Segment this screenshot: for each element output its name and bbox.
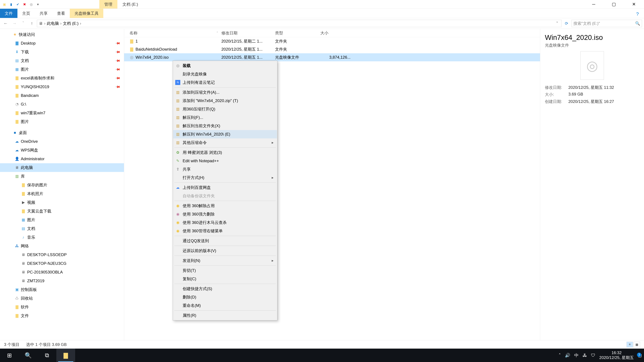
ctx-create-shortcut[interactable]: 创建快捷方式(S) — [173, 285, 277, 293]
tree-item[interactable]: ▶视频 — [0, 198, 124, 207]
taskbar-clock[interactable]: 16:32 2020/12/25, 星期五 — [600, 351, 634, 360]
volume-icon[interactable]: 🔊 — [565, 353, 570, 358]
breadcrumb[interactable]: 🖥 › 此电脑 › 文档 (E:) › ˅ — [37, 20, 562, 27]
ime-indicator[interactable]: 中 — [574, 353, 578, 358]
tree-item[interactable]: 🖥PC-20190530OBLA — [0, 268, 124, 277]
taskbar-explorer-button[interactable]: ▇ — [56, 349, 75, 362]
defender-icon[interactable]: 🛡 — [591, 353, 595, 358]
nav-up-button[interactable]: ↑ — [28, 20, 36, 27]
tree-item[interactable]: ♪音乐 — [0, 233, 124, 242]
nav-forward-button[interactable]: → — [11, 20, 18, 27]
tree-item[interactable]: ▇excel表格制作求和📌 — [0, 74, 124, 82]
tray-up-icon[interactable]: ˄ — [559, 353, 561, 358]
tree-this-pc[interactable]: 🖥此电脑 — [0, 163, 124, 172]
tree-item[interactable]: 👤Administrator — [0, 155, 124, 163]
tree-item[interactable]: ▇YUNQISHI2019📌 — [0, 82, 124, 91]
file-row[interactable]: ▇1 2020/12/15, 星期二 1... 文件夹 — [124, 37, 540, 45]
qat-dropdown-icon[interactable]: ▾ — [35, 1, 41, 7]
help-button[interactable]: ? — [633, 10, 642, 18]
network-icon[interactable]: 🖧 — [582, 353, 587, 358]
tree-item[interactable]: 🖥DESKTOP-LSSOEDP — [0, 250, 124, 259]
ctx-copy[interactable]: 复制(C) — [173, 275, 277, 283]
ribbon-context-tab[interactable]: 光盘映像工具 — [70, 9, 103, 18]
search-icon[interactable]: 🔍 — [635, 21, 640, 26]
view-large-button[interactable]: ▦ — [634, 342, 640, 348]
pin-icon[interactable]: ▮ — [8, 1, 14, 7]
file-row-selected[interactable]: ◎Win7x64_2020.iso 2020/12/25, 星期五 1... 光… — [124, 53, 540, 61]
close-button[interactable]: ✕ — [624, 0, 644, 9]
search-input[interactable]: 搜索"文档 (E:)" 🔍 — [572, 20, 642, 27]
ctx-honey-browser[interactable]: ✿用 蜂蜜浏览器 浏览(3) — [173, 148, 277, 157]
ctx-add-zip[interactable]: ▥添加到 "Win7x64_2020.zip" (T) — [173, 96, 277, 105]
ctx-restore-version[interactable]: 还原以前的版本(V) — [173, 247, 277, 255]
header-size[interactable]: 大小 — [320, 30, 354, 36]
ctx-youdao[interactable]: N上传到有道云笔记 — [173, 78, 277, 87]
tree-item[interactable]: ▇天翼云盘下载 — [0, 207, 124, 216]
refresh-button[interactable]: ⟳ — [563, 20, 570, 27]
disc-icon[interactable]: ◎ — [28, 1, 34, 7]
minimize-button[interactable]: ─ — [584, 0, 604, 9]
tree-item[interactable]: ▇文件 — [0, 311, 124, 320]
ctx-send-to[interactable]: 发送到(N)▸ — [173, 256, 277, 265]
action-center-icon[interactable]: ▢ — [638, 353, 642, 358]
header-name[interactable]: 名称˄ — [124, 30, 221, 36]
tree-item[interactable]: 🖥DESKTOP-NJEU3CG — [0, 259, 124, 268]
ctx-360-manage[interactable]: ◉使用 360管理右键菜单 — [173, 227, 277, 235]
ctx-cut[interactable]: 剪切(T) — [173, 266, 277, 275]
ctx-qq-send[interactable]: 通过QQ发送到 — [173, 237, 277, 245]
ctx-mount[interactable]: ◎装载 — [173, 61, 277, 70]
ctx-burn[interactable]: 刻录光盘映像 — [173, 70, 277, 78]
taskbar-search-button[interactable]: 🔍 — [19, 349, 38, 362]
context-tab[interactable]: 管理 — [99, 0, 118, 8]
tree-item[interactable]: ▇Desktop📌 — [0, 39, 124, 48]
ctx-properties[interactable]: 属性(R) — [173, 311, 277, 320]
crumb-drive[interactable]: 文档 (E:) — [63, 21, 78, 26]
nav-back-button[interactable]: ← — [2, 20, 10, 27]
tree-item[interactable]: ▤文档📌 — [0, 56, 124, 65]
tree-item[interactable]: ☁WPS网盘 — [0, 146, 124, 155]
ctx-open-360zip[interactable]: ▥用360压缩打开(Q) — [173, 105, 277, 113]
ctx-add-archive[interactable]: ▥添加到压缩文件(A)... — [173, 88, 277, 96]
ribbon-file-tab[interactable]: 文件 — [0, 9, 18, 18]
tree-item[interactable]: ▇图片 — [0, 117, 124, 126]
ctx-extract-named[interactable]: ▥解压到 Win7x64_2020\ (E) — [173, 130, 277, 138]
tree-item[interactable]: 🖧网络 — [0, 242, 124, 250]
ctx-delete[interactable]: 删除(D) — [173, 293, 277, 301]
ctx-360-delete[interactable]: ◉使用 360强力删除 — [173, 210, 277, 218]
tree-item[interactable]: ▇保存的图片 — [0, 181, 124, 189]
ctx-extract-to[interactable]: ▥解压到(F)... — [173, 113, 277, 122]
ctx-360-scan[interactable]: ◉使用 360进行木马云查杀 — [173, 218, 277, 227]
ctx-other-zip[interactable]: ▥其他压缩命令▸ — [173, 138, 277, 147]
ctx-open-with[interactable]: 打开方式(H)▸ — [173, 173, 277, 182]
tree-item[interactable]: ♺回收站 — [0, 294, 124, 303]
breadcrumb-dropdown[interactable]: ˅ — [554, 21, 560, 26]
tree-item[interactable]: ◔G:\ — [0, 100, 124, 109]
header-modified[interactable]: 修改日期 — [221, 30, 275, 36]
tree-item[interactable]: ▦图片📌 — [0, 65, 124, 74]
maximize-button[interactable]: ▢ — [604, 0, 624, 9]
tree-desktop[interactable]: ■桌面 — [0, 128, 124, 137]
ctx-baidu-upload[interactable]: ☁上传到百度网盘 — [173, 183, 277, 192]
tree-item[interactable]: ▤文档 — [0, 224, 124, 233]
view-details-button[interactable]: ≡ — [626, 342, 633, 348]
ctx-extract-here[interactable]: ▥解压到当前文件夹(X) — [173, 122, 277, 130]
ctx-notepadpp[interactable]: ✎Edit with Notepad++ — [173, 157, 277, 165]
file-row[interactable]: ▇BaiduNetdiskDownload 2020/12/25, 星期五 1.… — [124, 45, 540, 53]
ctx-360-unlock[interactable]: ◉使用 360解除占用 — [173, 202, 277, 210]
tree-item[interactable]: ▦图片 — [0, 216, 124, 224]
ribbon-view-tab[interactable]: 查看 — [52, 9, 70, 18]
task-view-button[interactable]: ⧉ — [38, 349, 56, 362]
delete-red-icon[interactable]: ✖ — [22, 1, 28, 7]
crumb-this-pc[interactable]: 此电脑 — [47, 21, 59, 26]
ribbon-share-tab[interactable]: 共享 — [35, 9, 52, 18]
ctx-rename[interactable]: 重命名(M) — [173, 301, 277, 310]
tree-item[interactable]: ▇软件 — [0, 303, 124, 311]
tree-item[interactable]: ⬇下载📌 — [0, 48, 124, 56]
start-button[interactable]: ⊞ — [0, 349, 19, 362]
tree-item[interactable]: 🖥ZMT2019 — [0, 277, 124, 285]
nav-recent-dropdown[interactable]: ˅ — [20, 20, 27, 27]
tree-item[interactable]: ▇win7重装win7 — [0, 109, 124, 117]
ribbon-home-tab[interactable]: 主页 — [18, 9, 35, 18]
tree-item[interactable]: ▇Bandicam — [0, 91, 124, 100]
tree-item[interactable]: ▥库 — [0, 172, 124, 181]
